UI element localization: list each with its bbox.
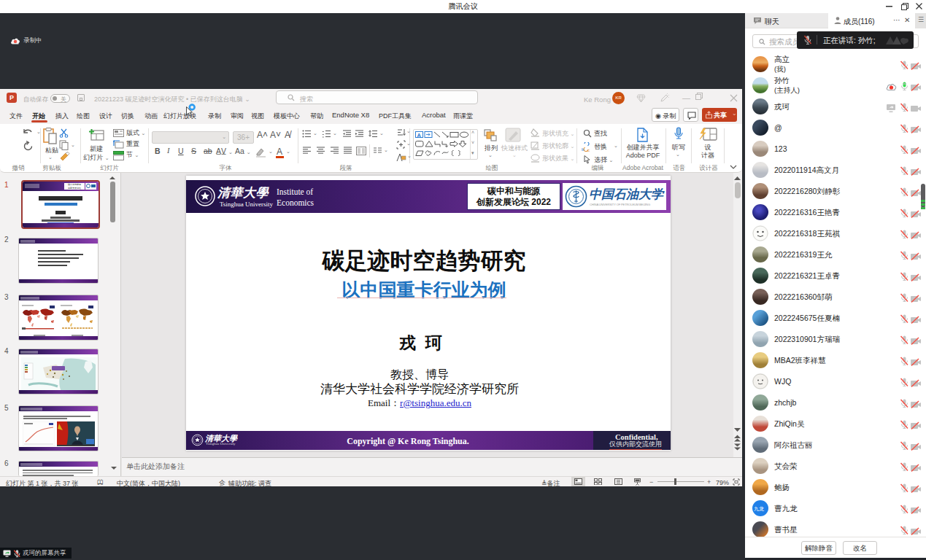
svg-text:A: A: [417, 132, 422, 139]
svg-text:c: c: [587, 148, 590, 152]
